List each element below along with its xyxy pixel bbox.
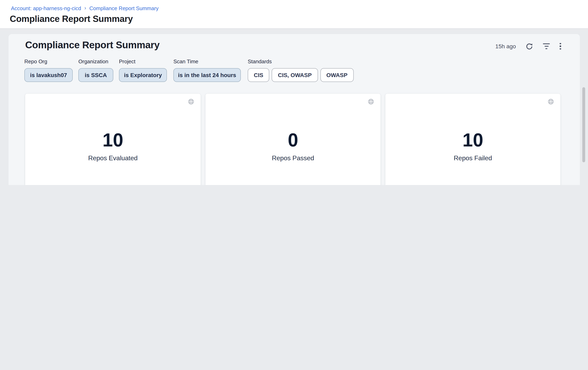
- standards-option-owasp[interactable]: OWASP: [320, 68, 354, 82]
- last-refreshed-label: 15h ago: [495, 43, 516, 50]
- compliance-dashboard-page: Account: app-harness-ng-cicd › Complianc…: [0, 0, 588, 185]
- metric-card-repos-failed: 10 Repos Failed: [385, 94, 560, 185]
- filter-label: Standards: [248, 59, 354, 64]
- breadcrumb-account-link[interactable]: Account: app-harness-ng-cicd: [11, 5, 81, 11]
- globe-icon[interactable]: [368, 98, 374, 105]
- standards-option-cis-owasp[interactable]: CIS, OWASP: [272, 68, 318, 82]
- metric-value: 10: [25, 130, 201, 150]
- top-header: Account: app-harness-ng-cicd › Complianc…: [0, 0, 588, 29]
- filter-chip-organization[interactable]: is SSCA: [78, 68, 113, 82]
- kebab-menu-icon[interactable]: [560, 43, 561, 50]
- metric-card-repos-evaluated: 10 Repos Evaluated: [25, 94, 201, 185]
- filter-organization: Organization is SSCA: [78, 59, 113, 82]
- filter-chip-scan-time[interactable]: is in the last 24 hours: [173, 68, 241, 82]
- filter-icon[interactable]: [543, 43, 550, 49]
- filter-label: Project: [119, 59, 167, 64]
- metric-card-repos-passed: 0 Repos Passed: [205, 94, 380, 185]
- filter-chip-repo-org[interactable]: is lavakush07: [24, 68, 73, 82]
- filter-scan-time: Scan Time is in the last 24 hours: [173, 59, 241, 82]
- filter-label: Repo Org: [24, 59, 73, 64]
- metric-label: Repos Evaluated: [25, 154, 201, 162]
- globe-icon[interactable]: [547, 98, 554, 105]
- metric-label: Repos Passed: [205, 154, 380, 162]
- metric-label: Repos Failed: [385, 154, 560, 162]
- breadcrumb: Account: app-harness-ng-cicd › Complianc…: [11, 5, 158, 11]
- breadcrumb-separator-icon: ›: [84, 5, 86, 11]
- filters-row: Repo Org is lavakush07 Organization is S…: [9, 59, 580, 83]
- filter-repo-org: Repo Org is lavakush07: [24, 59, 73, 82]
- standards-option-cis[interactable]: CIS: [248, 68, 269, 82]
- filter-label: Scan Time: [173, 59, 241, 64]
- filter-label: Organization: [78, 59, 113, 64]
- breadcrumb-current-link[interactable]: Compliance Report Summary: [89, 5, 158, 11]
- page-title: Compliance Report Summary: [10, 14, 133, 24]
- dashboard-controls: 15h ago: [495, 41, 561, 51]
- filter-standards: Standards CIS CIS, OWASP OWASP: [248, 59, 354, 82]
- filter-project: Project is Exploratory: [119, 59, 167, 82]
- metric-value: 0: [205, 130, 380, 150]
- dashboard-title: Compliance Report Summary: [25, 39, 160, 51]
- metric-value: 10: [385, 130, 560, 150]
- vertical-scrollbar-thumb[interactable]: [582, 87, 585, 162]
- filter-chip-project[interactable]: is Exploratory: [119, 68, 167, 82]
- globe-icon[interactable]: [188, 98, 195, 105]
- refresh-icon[interactable]: [526, 42, 533, 50]
- dashboard-panel: Compliance Report Summary 15h ago Repo O…: [9, 34, 580, 185]
